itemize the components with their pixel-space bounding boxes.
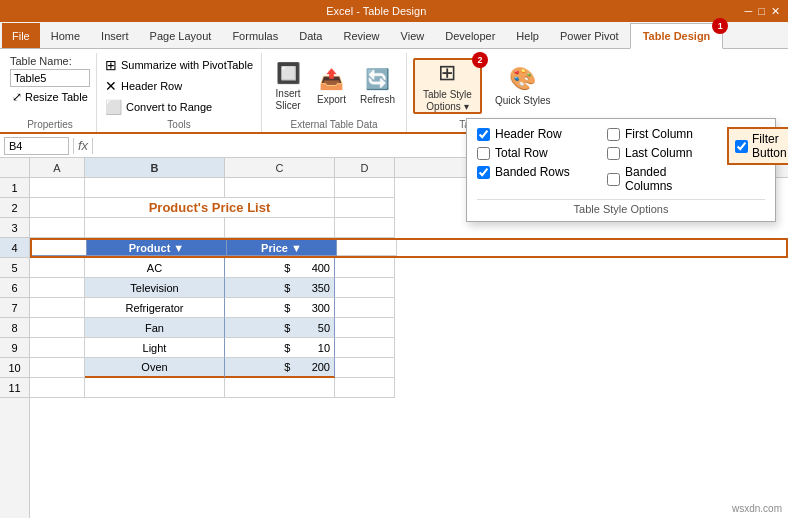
refresh-btn[interactable]: 🔄 Refresh (355, 58, 400, 114)
cell-b10[interactable]: Oven (85, 358, 225, 378)
col-header-d[interactable]: D (335, 158, 395, 177)
cell-c7[interactable]: $ 300 (225, 298, 335, 318)
total-row-checkbox[interactable]: Total Row (477, 146, 597, 160)
name-box[interactable] (4, 137, 69, 155)
col-header-c[interactable]: C (225, 158, 335, 177)
cell-a2[interactable] (30, 198, 85, 218)
cell-b4[interactable]: Product ▼ (87, 240, 227, 256)
export-btn[interactable]: 📤 Export (312, 58, 351, 114)
summarize-pivottable-btn[interactable]: ⊞ Summarize with PivotTable (103, 56, 255, 74)
badge-2: 2 (472, 52, 488, 68)
filter-btn-highlight[interactable]: Filter Button 3 (727, 127, 788, 165)
cell-c1[interactable] (225, 178, 335, 198)
row-num-4: 4 (0, 238, 29, 258)
cell-d1[interactable] (335, 178, 395, 198)
cell-a11[interactable] (30, 378, 85, 398)
ribbon-group-content-tools: ⊞ Summarize with PivotTable ✕ Header Row… (103, 55, 255, 117)
cell-b7[interactable]: Refrigerator (85, 298, 225, 318)
tab-developer[interactable]: Developer (435, 23, 505, 48)
cell-b6[interactable]: Television (85, 278, 225, 298)
cell-a3[interactable] (30, 218, 85, 238)
tab-data[interactable]: Data (289, 23, 332, 48)
tab-file[interactable]: File (2, 23, 40, 48)
filter-button-checkbox[interactable] (735, 140, 748, 153)
last-column-checkbox[interactable]: Last Column (607, 146, 717, 160)
tab-insert[interactable]: Insert (91, 23, 139, 48)
row-num-8: 8 (0, 318, 29, 338)
insert-slicer-btn[interactable]: 🔲 InsertSlicer (268, 58, 308, 114)
cell-c10[interactable]: $ 200 (225, 358, 335, 378)
formula-divider (73, 138, 74, 154)
table-style-options-btn[interactable]: ⊞ Table StyleOptions ▾ 2 (413, 58, 482, 114)
cell-d6[interactable] (335, 278, 395, 298)
tab-help[interactable]: Help (506, 23, 549, 48)
tab-formulas[interactable]: Formulas (222, 23, 288, 48)
col-header-b[interactable]: B (85, 158, 225, 177)
table-row: Product ▼ Price ▼ (30, 238, 788, 258)
tab-review[interactable]: Review (333, 23, 389, 48)
ribbon-group-content-properties: Table Name: ⤢ Resize Table (10, 55, 90, 117)
tab-home[interactable]: Home (41, 23, 90, 48)
cell-d10[interactable] (335, 358, 395, 378)
cell-d7[interactable] (335, 298, 395, 318)
tab-power-pivot[interactable]: Power Pivot (550, 23, 629, 48)
cell-d8[interactable] (335, 318, 395, 338)
style-options-icon: ⊞ (438, 60, 456, 86)
cell-c4[interactable]: Price ▼ (227, 240, 337, 256)
dropdown-col-2: First Column Last Column Banded Columns (607, 127, 717, 193)
cell-b1[interactable] (85, 178, 225, 198)
ribbon-group-content-external: 🔲 InsertSlicer 📤 Export 🔄 Refresh (268, 55, 400, 117)
banded-rows-checkbox[interactable]: Banded Rows (477, 165, 597, 179)
cell-a10[interactable] (30, 358, 85, 378)
cell-d9[interactable] (335, 338, 395, 358)
resize-label: Resize Table (25, 91, 88, 103)
cell-d4[interactable] (337, 240, 397, 256)
cell-b3[interactable] (85, 218, 225, 238)
cell-c9[interactable]: $ 10 (225, 338, 335, 358)
cell-c11[interactable] (225, 378, 335, 398)
cell-b5[interactable]: AC (85, 258, 225, 278)
cell-a4[interactable] (32, 240, 87, 256)
external-label: External Table Data (268, 117, 400, 130)
cell-d2[interactable] (335, 198, 395, 218)
title-bar: Excel - Table Design ─□✕ (0, 0, 788, 22)
dropdown-footer: Table Style Options (477, 203, 765, 215)
cell-a1[interactable] (30, 178, 85, 198)
cell-b11[interactable] (85, 378, 225, 398)
cell-b2[interactable]: Product's Price List (85, 198, 335, 218)
cell-a6[interactable] (30, 278, 85, 298)
remove-duplicates-btn[interactable]: ✕ Header Row (103, 77, 255, 95)
convert-range-btn[interactable]: ⬜ Convert to Range (103, 98, 255, 116)
cell-c6[interactable]: $ 350 (225, 278, 335, 298)
cell-d11[interactable] (335, 378, 395, 398)
banded-columns-checkbox[interactable]: Banded Columns (607, 165, 717, 193)
remove-dup-icon: ✕ (105, 78, 117, 94)
cell-b9[interactable]: Light (85, 338, 225, 358)
first-column-checkbox[interactable]: First Column (607, 127, 717, 141)
cell-a5[interactable] (30, 258, 85, 278)
quick-styles-btn[interactable]: 🎨 Quick Styles (486, 58, 560, 114)
slicer-icon: 🔲 (276, 61, 301, 85)
header-row-checkbox[interactable]: Header Row (477, 127, 597, 141)
table-row: Fan $ 50 (30, 318, 788, 338)
table-name-input[interactable] (10, 69, 90, 87)
tab-table-design[interactable]: Table Design 1 (630, 23, 724, 49)
col-header-a[interactable]: A (30, 158, 85, 177)
tab-row: File Home Insert Page Layout Formulas Da… (0, 22, 788, 49)
tab-page-layout[interactable]: Page Layout (140, 23, 222, 48)
cell-c8[interactable]: $ 50 (225, 318, 335, 338)
grid-rows: Product's Price List Product ▼ Price ▼ (30, 178, 788, 518)
cell-c3[interactable] (225, 218, 335, 238)
cell-a8[interactable] (30, 318, 85, 338)
cell-d3[interactable] (335, 218, 395, 238)
window-controls[interactable]: ─□✕ (745, 5, 780, 18)
row-num-10: 10 (0, 358, 29, 378)
cell-c5[interactable]: $ 400 (225, 258, 335, 278)
cell-a9[interactable] (30, 338, 85, 358)
cell-a7[interactable] (30, 298, 85, 318)
resize-table-btn[interactable]: ⤢ Resize Table (10, 89, 90, 105)
cell-b8[interactable]: Fan (85, 318, 225, 338)
row-num-7: 7 (0, 298, 29, 318)
tab-view[interactable]: View (391, 23, 435, 48)
cell-d5[interactable] (335, 258, 395, 278)
